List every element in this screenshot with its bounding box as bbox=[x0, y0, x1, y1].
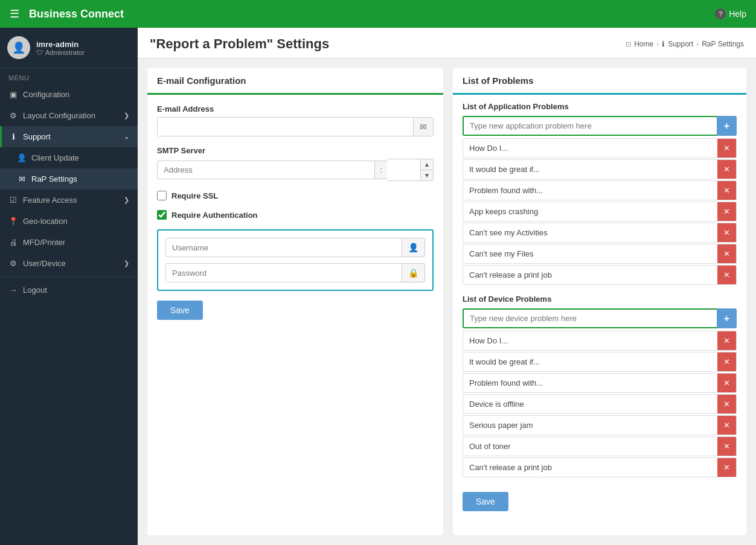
smtp-label: SMTP Server bbox=[157, 146, 434, 155]
smtp-port-down[interactable]: ▼ bbox=[421, 170, 433, 180]
app-problem-list: How Do I...✕It would be great if...✕Prob… bbox=[463, 138, 737, 285]
list-item: It would be great if...✕ bbox=[463, 352, 737, 372]
smtp-address-input[interactable] bbox=[157, 161, 375, 179]
app-problems-title: List of Application Problems bbox=[463, 102, 737, 111]
page-title: "Report a Problem" Settings bbox=[150, 36, 329, 52]
list-item: Serious paper jam✕ bbox=[463, 415, 737, 435]
require-auth-label[interactable]: Require Authentication bbox=[171, 211, 258, 220]
sidebar-item-label: RaP Settings bbox=[31, 174, 77, 183]
square-icon: ▣ bbox=[8, 90, 18, 99]
device-problems-title: List of Device Problems bbox=[463, 295, 737, 304]
smtp-port-arrows: ▲ ▼ bbox=[420, 159, 433, 180]
remove-problem-button[interactable]: ✕ bbox=[717, 160, 736, 179]
require-auth-row: Require Authentication bbox=[157, 210, 434, 220]
sidebar-item-label: MFD/Printer bbox=[23, 238, 65, 247]
auth-box: 👤 🔒 bbox=[157, 229, 434, 291]
remove-problem-button[interactable]: ✕ bbox=[717, 139, 736, 158]
remove-problem-button[interactable]: ✕ bbox=[717, 266, 736, 284]
list-item: Device is offline✕ bbox=[463, 394, 737, 414]
sidebar-item-rap-settings[interactable]: ✉ RaP Settings bbox=[0, 168, 138, 190]
sidebar-item-label: Configuration bbox=[23, 90, 69, 99]
list-item: Problem found with...✕ bbox=[463, 180, 737, 200]
device-problem-input[interactable] bbox=[463, 308, 717, 328]
list-item: Problem found with...✕ bbox=[463, 373, 737, 393]
username-input[interactable] bbox=[166, 239, 402, 257]
sidebar-role: 🛡 Administrator bbox=[36, 49, 85, 56]
menu-icon[interactable]: ☰ bbox=[10, 7, 19, 21]
main-content: "Report a Problem" Settings ⊡ Home › ℹ S… bbox=[138, 28, 756, 545]
sidebar-item-user-device[interactable]: ⚙ User/Device ❯ bbox=[0, 253, 138, 274]
require-auth-checkbox[interactable] bbox=[157, 210, 167, 220]
password-input[interactable] bbox=[166, 264, 402, 282]
problems-title: List of Problems bbox=[453, 68, 746, 95]
sidebar-item-configuration[interactable]: ▣ Configuration bbox=[0, 84, 138, 105]
help-button[interactable]: ? Help bbox=[715, 8, 746, 19]
sidebar-item-label: Logout bbox=[23, 285, 47, 295]
problem-item-text: Can't release a print job bbox=[463, 266, 717, 284]
sidebar-item-layout-configuration[interactable]: ⚙ Layout Configuration ❯ bbox=[0, 105, 138, 126]
home-icon: ⊡ bbox=[626, 40, 631, 48]
sidebar-item-geo-location[interactable]: 📍 Geo-location bbox=[0, 211, 138, 232]
list-item: How Do I...✕ bbox=[463, 138, 737, 158]
problem-item-text: Device is offline bbox=[463, 395, 717, 413]
breadcrumb-support[interactable]: Support bbox=[668, 40, 693, 48]
user-icon: 👤 bbox=[402, 238, 424, 257]
problems-body: List of Application Problems + How Do I.… bbox=[453, 95, 746, 523]
device-problem-input-row: + bbox=[463, 308, 737, 328]
sidebar-username: imre-admin bbox=[36, 40, 85, 49]
email-config-panel: E-mail Configuration E-mail Address ✉ SM… bbox=[147, 68, 443, 535]
sidebar: 👤 imre-admin 🛡 Administrator MENU ▣ Conf… bbox=[0, 28, 138, 545]
chevron-right-icon: ❯ bbox=[124, 260, 129, 267]
email-input-wrap: ✉ bbox=[157, 117, 434, 136]
remove-problem-button[interactable]: ✕ bbox=[717, 352, 736, 371]
app-problem-add-button[interactable]: + bbox=[717, 116, 737, 136]
checkbox-icon: ☑ bbox=[8, 196, 18, 205]
remove-problem-button[interactable]: ✕ bbox=[717, 458, 736, 477]
require-ssl-label[interactable]: Require SSL bbox=[171, 191, 218, 200]
content-area: E-mail Configuration E-mail Address ✉ SM… bbox=[138, 59, 756, 545]
remove-problem-button[interactable]: ✕ bbox=[717, 331, 736, 350]
sidebar-item-label: Support bbox=[23, 132, 51, 141]
sidebar-item-logout[interactable]: → Logout bbox=[0, 279, 138, 301]
email-input[interactable] bbox=[158, 118, 413, 136]
require-ssl-checkbox[interactable] bbox=[157, 191, 167, 200]
breadcrumb-sep-1: › bbox=[656, 40, 659, 48]
chevron-right-icon: ❯ bbox=[124, 196, 129, 204]
breadcrumb-home[interactable]: Home bbox=[634, 40, 653, 48]
remove-problem-button[interactable]: ✕ bbox=[717, 437, 736, 456]
problems-save-button[interactable]: Save bbox=[463, 492, 508, 511]
sidebar-menu-label: MENU bbox=[0, 68, 138, 84]
remove-problem-button[interactable]: ✕ bbox=[717, 374, 736, 392]
page-header: "Report a Problem" Settings ⊡ Home › ℹ S… bbox=[138, 28, 756, 59]
remove-problem-button[interactable]: ✕ bbox=[717, 395, 736, 413]
sidebar-item-client-update[interactable]: 👤 Client Update bbox=[0, 147, 138, 168]
pin-icon: 📍 bbox=[8, 217, 18, 226]
remove-problem-button[interactable]: ✕ bbox=[717, 223, 736, 242]
sidebar-item-mfd-printer[interactable]: 🖨 MFD/Printer bbox=[0, 232, 138, 253]
smtp-port-up[interactable]: ▲ bbox=[421, 159, 433, 170]
sidebar-user: 👤 imre-admin 🛡 Administrator bbox=[0, 28, 138, 68]
problem-item-text: Can't release a print job bbox=[463, 458, 717, 477]
remove-problem-button[interactable]: ✕ bbox=[717, 202, 736, 221]
username-input-wrap: 👤 bbox=[165, 238, 425, 257]
remove-problem-button[interactable]: ✕ bbox=[717, 181, 736, 200]
smtp-port-input[interactable]: 25 bbox=[387, 159, 420, 180]
breadcrumb: ⊡ Home › ℹ Support › RaP Settings bbox=[626, 40, 744, 48]
smtp-group: SMTP Server : 25 ▲ ▼ bbox=[157, 146, 434, 181]
password-input-wrap: 🔒 bbox=[165, 263, 425, 282]
list-item: Can't release a print job✕ bbox=[463, 265, 737, 285]
lock-icon: 🔒 bbox=[402, 264, 424, 282]
gear-icon: ⚙ bbox=[8, 111, 18, 120]
user-icon: 👤 bbox=[17, 153, 27, 162]
device-problem-add-button[interactable]: + bbox=[717, 308, 737, 328]
sidebar-item-feature-access[interactable]: ☑ Feature Access ❯ bbox=[0, 190, 138, 211]
email-save-button[interactable]: Save bbox=[157, 301, 203, 320]
app-problem-input[interactable] bbox=[463, 116, 717, 136]
problem-item-text: App keeps crashing bbox=[463, 202, 717, 221]
sidebar-item-support[interactable]: ℹ Support ⌄ bbox=[0, 126, 138, 147]
problem-item-text: How Do I... bbox=[463, 139, 717, 158]
problem-item-text: Problem found with... bbox=[463, 181, 717, 200]
remove-problem-button[interactable]: ✕ bbox=[717, 244, 736, 263]
remove-problem-button[interactable]: ✕ bbox=[717, 416, 736, 435]
printer-icon: 🖨 bbox=[8, 238, 18, 247]
